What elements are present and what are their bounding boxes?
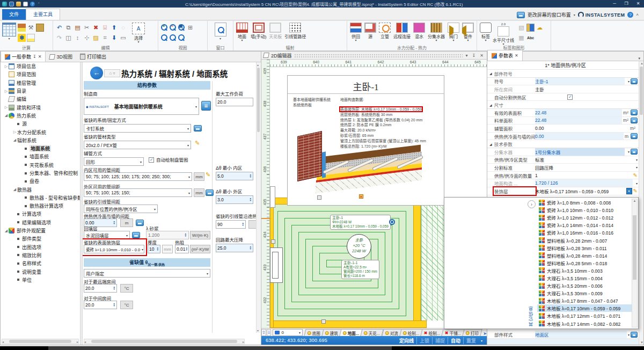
ribbon-button[interactable]: 地面 ▾ <box>236 23 248 41</box>
layer-up-icon[interactable]: ⇧ <box>261 329 266 336</box>
outer-spacing-combo[interactable]: 50; 75; 100; 125; 150;▾ <box>84 188 192 197</box>
layer-tab[interactable]: 打印 <box>463 329 482 336</box>
panel-tab[interactable]: 一般参数 ↧ ✕ <box>1 51 46 62</box>
ribbon-button[interactable]: 2.0 水平尺寸线 ▾ <box>492 23 515 45</box>
panel-tab[interactable]: 3D视图 ↧ ✕ <box>46 52 76 62</box>
params-vscrollbar[interactable]: ▲▼ <box>639 61 643 345</box>
list-icon[interactable] <box>27 34 35 42</box>
zoom-in-icon[interactable]: + <box>160 24 168 31</box>
zoom-extents-icon[interactable]: ▣ <box>178 24 185 31</box>
delete-icon[interactable]: ✖ <box>92 24 100 32</box>
inherit-monitor-icon[interactable] <box>631 133 638 139</box>
package-icon[interactable] <box>36 24 44 32</box>
zoom-window-icon[interactable] <box>169 34 177 41</box>
status-toggle[interactable]: 自动 <box>448 337 464 344</box>
auto-draw-checkbox[interactable] <box>149 157 154 163</box>
dropdown-item[interactable]: 塑料地板 λ=0,28 2mm - 0.007 <box>537 236 633 244</box>
abc-icon[interactable]: Abc <box>526 34 535 42</box>
zone-target-icon[interactable] <box>389 219 395 225</box>
pin-icon[interactable]: ⊹ <box>83 34 91 42</box>
layer-tab[interactable]: 底图 <box>304 329 324 336</box>
legend-icon[interactable]: ▧ <box>517 24 525 32</box>
dt-inner-field[interactable]: 5.0▲▼ <box>216 172 253 180</box>
zoom-prev-icon[interactable] <box>160 34 168 41</box>
help-icon[interactable]: ? <box>627 12 633 18</box>
form-hscrollbar[interactable]: ◂▸ <box>84 339 245 344</box>
max-load-field[interactable]: 20.0 <box>216 98 253 106</box>
dropdown-item[interactable]: 塑料地板 λ=0,28 3mm - 0.011 <box>537 244 633 252</box>
ribbon-button[interactable]: 立管 ▾ <box>378 23 391 39</box>
other-info-tab[interactable]: 其它信息 <box>528 306 535 326</box>
tree-item[interactable]: 单位 <box>1 276 80 284</box>
panel-tab[interactable]: 打印输出 ↧ ✕ <box>76 52 110 62</box>
coil-label[interactable]: 主卧-1-1 A有效=22.5 m² 管间距=200 / 150 mm 管长=1… <box>341 260 379 279</box>
inherit-monitor-icon[interactable] <box>631 332 638 338</box>
user-defined-combo[interactable]: 用户指定▾ <box>84 269 210 278</box>
chevron-down-icon[interactable]: ▾ <box>626 188 632 194</box>
param-row[interactable]: ◢ 辅管面积 0.00 m² ▾ ▾ ✎ <box>487 125 639 133</box>
dock-menu-icon[interactable]: ▾ <box>638 56 643 61</box>
dropdown-item[interactable]: 大理石 λ=3,5 10mm - 0.003 <box>537 267 633 274</box>
max-drop-field[interactable]: 25.0▲▼ <box>216 244 253 252</box>
copy-icon[interactable]: ⧉ <box>64 24 72 32</box>
dropdown-item[interactable]: 塑料地板 λ=0,28 5mm - 0.018 <box>537 259 633 267</box>
param-row[interactable]: ◢ 部件符号 ▾ ▾ ✎ <box>487 70 639 78</box>
tree-item[interactable]: ◢ 辐射系统 <box>1 136 80 144</box>
dropdown-scrollbar[interactable]: ▲ <box>632 199 638 327</box>
chevron-down-icon[interactable]: ▾ <box>636 181 638 185</box>
user-calc-icon[interactable]: ⚒ <box>27 24 35 32</box>
chart-icon[interactable] <box>526 24 535 32</box>
tree-item[interactable]: 编辑 <box>1 95 80 103</box>
inherit-monitor-icon[interactable] <box>136 220 144 226</box>
selection-handle[interactable] <box>321 319 326 324</box>
inherit-monitor-icon[interactable] <box>132 232 140 238</box>
inherit-monitor-icon[interactable] <box>631 78 638 84</box>
dt-outer-field[interactable]: 3.0▲▼ <box>216 195 253 204</box>
param-row[interactable]: ◢ 尺寸 ▾ ▾ ✎ <box>487 101 639 109</box>
tree-item[interactable]: 项目范围 <box>1 70 80 78</box>
tree-item[interactable]: 出图选项 <box>1 243 80 251</box>
dropdown-item[interactable]: 木地板 λ=0,17 14mm - 0,082 - 0.082 <box>537 320 633 327</box>
lead-spacing-combo[interactable]: 同所在位置的供热/供冷区▾ <box>84 205 158 213</box>
chevron-down-icon[interactable]: ▾ <box>628 150 630 154</box>
chevron-down-icon[interactable]: ▾ <box>636 158 638 162</box>
zoom-pan-icon[interactable] <box>178 34 185 41</box>
back-button[interactable]: ← <box>90 67 103 79</box>
minimize-button[interactable]: ─ <box>609 0 620 8</box>
tree-item[interactable]: ◢ 散热器 <box>1 185 80 193</box>
raise-icon[interactable]: ⬆ <box>110 24 118 32</box>
pencil-icon[interactable]: ✎ <box>195 140 200 147</box>
menu-tab-main-tools[interactable]: 主要工具 <box>26 9 60 20</box>
layer-tab[interactable]: ✖ 干铺... <box>441 329 465 336</box>
layer-tab[interactable]: 建筑 <box>321 329 341 336</box>
zoom-out-icon[interactable]: − <box>169 24 177 31</box>
param-row[interactable]: ◢ 装饰层 木地板 λ=0,17 10mm - 0,059 - 0,059 ▾ … <box>487 187 639 195</box>
pipe-type-combo[interactable]: 20x2.0 / PEX管▾ <box>84 141 191 149</box>
inherit-monitor-icon[interactable] <box>194 125 202 132</box>
cloud-icon[interactable]: ☁ <box>536 24 544 32</box>
status-toggle[interactable]: 捕捉 <box>433 337 448 344</box>
status-toggle[interactable]: 上锁 <box>417 337 433 344</box>
selection-handle[interactable] <box>271 239 275 244</box>
grid-icon[interactable]: ⊞ <box>186 24 194 32</box>
tree-item[interactable]: 墙面系统 <box>1 152 80 161</box>
dropdown-item[interactable]: 大理石 λ=3,5 15mm - 0.004 <box>537 274 633 282</box>
thickness-field[interactable]: 10▲▼ <box>148 245 160 253</box>
layer-tab[interactable]: 对流 <box>382 329 401 336</box>
ribbon-button[interactable]: 标签 ▾ <box>479 23 492 45</box>
tree-item[interactable]: 地面系统 <box>1 144 80 152</box>
help-icon[interactable]: ? <box>30 2 35 6</box>
ribbon-button[interactable]: 墙(手动) ▾ <box>250 23 267 39</box>
dropdown-item[interactable]: 大理石 λ=3,5 30mm - 0.009 <box>537 289 633 297</box>
ribbon-button[interactable]: 引线管路径 ▾ <box>284 23 306 39</box>
close-icon[interactable]: ✕ <box>38 54 42 59</box>
diagnostics-icon[interactable]: ❄ <box>18 34 26 42</box>
paste-icon[interactable]: ▤ <box>74 24 82 32</box>
tree-item[interactable]: 盘卷 <box>1 177 80 185</box>
pencil-icon[interactable]: ✎ <box>206 171 210 178</box>
collapse-ribbon-icon[interactable]: ˄ <box>636 12 639 17</box>
layer-tab[interactable]: 绘制... <box>399 329 423 336</box>
dropdown-item[interactable]: 瓷砖 λ=1,0 12mm - 0,012 - 0.012 <box>537 214 633 221</box>
fill-layer-combo[interactable]: 水泥回填层▾ <box>84 231 130 239</box>
ribbon-button[interactable]: 混水 ▾ <box>413 23 426 39</box>
